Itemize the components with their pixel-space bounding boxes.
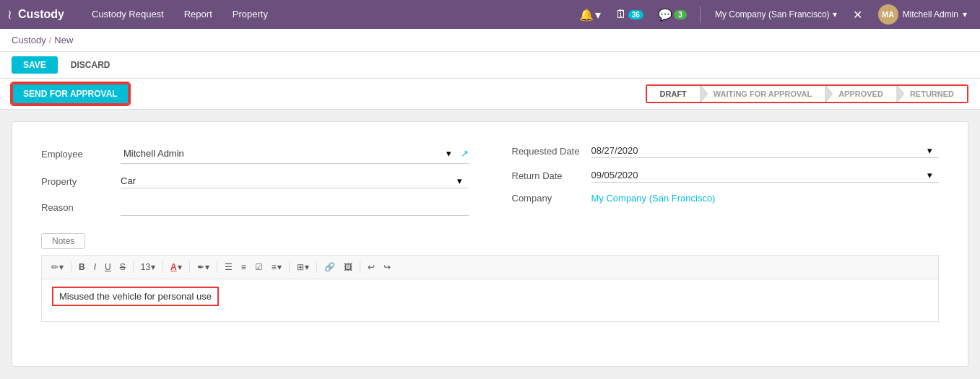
status-step-waiting[interactable]: WAITING FOR APPROVAL bbox=[700, 86, 825, 102]
status-pipeline: DRAFT WAITING FOR APPROVAL APPROVED RETU… bbox=[646, 84, 968, 103]
table-icon: ⊞ bbox=[297, 262, 304, 272]
status-bar: SEND FOR APPROVAL DRAFT WAITING FOR APPR… bbox=[0, 79, 980, 110]
return-date-label: Return Date bbox=[512, 170, 591, 181]
main-content: Employee ▾ ↗ Property ▾ bbox=[0, 110, 980, 378]
undo-button[interactable]: ↩ bbox=[364, 260, 378, 274]
align-button[interactable]: ≡ ▾ bbox=[268, 260, 285, 274]
image-button[interactable]: 🖼 bbox=[340, 260, 356, 274]
calendar-button[interactable]: 🗓 36 bbox=[611, 5, 648, 24]
reason-label: Reason bbox=[41, 202, 121, 213]
employee-external-icon[interactable]: ↗ bbox=[461, 148, 469, 159]
font-size-label: 13 bbox=[141, 262, 150, 272]
company-selector[interactable]: My Company (San Francisco) ▾ bbox=[709, 6, 843, 22]
property-input[interactable] bbox=[121, 175, 457, 186]
employee-input[interactable] bbox=[121, 145, 446, 162]
editor-area[interactable]: Misused the vehicle for personal use bbox=[41, 279, 939, 322]
return-date-row: Return Date ▾ bbox=[512, 168, 940, 183]
nav-custody-request[interactable]: Custody Request bbox=[82, 0, 174, 29]
app-logo: Custody bbox=[18, 8, 64, 21]
message-button[interactable]: 💬 3 bbox=[654, 5, 691, 25]
form-right: Requested Date ▾ Return Date ▾ C bbox=[512, 144, 940, 216]
topbar-right: 🔔 ▾ 🗓 36 💬 3 My Company (San Francisco) … bbox=[575, 1, 973, 27]
editor-content[interactable]: Misused the vehicle for personal use bbox=[52, 287, 219, 306]
toolbar-sep-4 bbox=[189, 261, 190, 273]
action-bar: SAVE DISCARD bbox=[0, 52, 980, 79]
requested-date-label: Requested Date bbox=[512, 146, 591, 157]
avatar-initials: MA bbox=[882, 10, 894, 19]
toolbar-sep-5 bbox=[217, 261, 217, 273]
requested-date-dropdown[interactable]: ▾ bbox=[927, 145, 939, 156]
breadcrumb-parent[interactable]: Custody bbox=[12, 35, 46, 45]
font-color-label: A bbox=[170, 262, 177, 272]
user-name: Mitchell Admin bbox=[903, 9, 958, 19]
company-value[interactable]: My Company (San Francisco) bbox=[591, 193, 716, 204]
property-field-wrapper: ▾ bbox=[121, 174, 469, 188]
reason-input[interactable]: Misuse bbox=[121, 199, 469, 216]
toolbar-sep-2 bbox=[133, 261, 134, 273]
breadcrumb-current: New bbox=[54, 35, 73, 45]
bold-button[interactable]: B bbox=[75, 260, 89, 274]
form-left: Employee ▾ ↗ Property ▾ bbox=[41, 144, 469, 216]
pencil-icon: ✏ bbox=[51, 262, 58, 272]
save-button[interactable]: SAVE bbox=[12, 56, 58, 74]
form-card: Employee ▾ ↗ Property ▾ bbox=[12, 121, 968, 367]
send-approval-button[interactable]: SEND FOR APPROVAL bbox=[12, 83, 129, 105]
table-button[interactable]: ⊞ ▾ bbox=[293, 260, 313, 274]
requested-date-input[interactable] bbox=[591, 145, 928, 156]
unordered-list-icon: ☰ bbox=[225, 262, 233, 272]
pencil-dropdown-button[interactable]: ✏ ▾ bbox=[48, 260, 67, 274]
calendar-badge: 36 bbox=[628, 10, 643, 19]
discard-button[interactable]: DISCARD bbox=[64, 56, 118, 74]
checkbox-button[interactable]: ☑ bbox=[251, 260, 266, 274]
breadcrumb-bar: Custody / New bbox=[0, 29, 980, 52]
status-step-approved[interactable]: APPROVED bbox=[825, 86, 896, 102]
return-date-input[interactable] bbox=[591, 170, 928, 180]
toolbar-sep-8 bbox=[360, 261, 360, 273]
form-grid: Employee ▾ ↗ Property ▾ bbox=[41, 144, 939, 216]
bell-icon: 🔔 bbox=[579, 8, 594, 22]
requested-date-row: Requested Date ▾ bbox=[512, 144, 940, 158]
link-button[interactable]: 🔗 bbox=[321, 260, 339, 274]
table-arrow: ▾ bbox=[305, 262, 309, 272]
font-color-button[interactable]: A ▾ bbox=[167, 260, 186, 274]
bell-chevron: ▾ bbox=[595, 8, 601, 22]
breadcrumb-separator: / bbox=[49, 35, 52, 45]
property-dropdown[interactable]: ▾ bbox=[457, 175, 469, 186]
unordered-list-button[interactable]: ☰ bbox=[221, 260, 236, 274]
grid-icon[interactable]: ≀ bbox=[7, 6, 12, 22]
requested-date-wrapper: ▾ bbox=[591, 144, 940, 158]
notes-tab-button[interactable]: Notes bbox=[41, 233, 85, 249]
user-menu[interactable]: MA Mitchell Admin ▾ bbox=[872, 1, 973, 27]
reason-row: Reason Misuse bbox=[41, 199, 469, 216]
avatar: MA bbox=[878, 4, 898, 25]
font-size-button[interactable]: 13 ▾ bbox=[137, 260, 159, 274]
employee-dropdown[interactable]: ▾ bbox=[446, 148, 458, 159]
toolbar-sep-1 bbox=[71, 261, 71, 273]
font-color-arrow: ▾ bbox=[178, 262, 182, 272]
strikethrough-button[interactable]: S bbox=[116, 260, 129, 274]
employee-field-wrapper: ▾ ↗ bbox=[121, 144, 469, 164]
highlight-button[interactable]: ✒ ▾ bbox=[194, 260, 213, 274]
status-step-draft[interactable]: DRAFT bbox=[647, 86, 700, 102]
top-nav: Custody Request Report Property bbox=[82, 0, 278, 29]
ordered-list-button[interactable]: ≡ bbox=[238, 260, 250, 274]
status-step-returned[interactable]: RETURNED bbox=[896, 86, 967, 102]
message-icon: 💬 bbox=[658, 8, 672, 22]
undo-icon: ↩ bbox=[368, 262, 375, 272]
nav-property[interactable]: Property bbox=[222, 0, 278, 29]
property-row: Property ▾ bbox=[41, 174, 469, 188]
property-label: Property bbox=[41, 176, 121, 187]
app-name: Custody bbox=[18, 8, 64, 21]
employee-label: Employee bbox=[41, 149, 121, 160]
close-icon: ✕ bbox=[853, 8, 862, 22]
underline-button[interactable]: U bbox=[101, 260, 115, 274]
bell-button[interactable]: 🔔 ▾ bbox=[575, 5, 605, 25]
link-icon: 🔗 bbox=[324, 262, 335, 272]
calendar-icon: 🗓 bbox=[615, 8, 627, 21]
company-name: My Company (San Francisco) bbox=[715, 9, 830, 19]
return-date-dropdown[interactable]: ▾ bbox=[927, 170, 939, 180]
redo-button[interactable]: ↪ bbox=[380, 260, 394, 274]
close-button[interactable]: ✕ bbox=[849, 5, 867, 25]
nav-report[interactable]: Report bbox=[174, 0, 222, 29]
italic-button[interactable]: I bbox=[90, 260, 100, 274]
